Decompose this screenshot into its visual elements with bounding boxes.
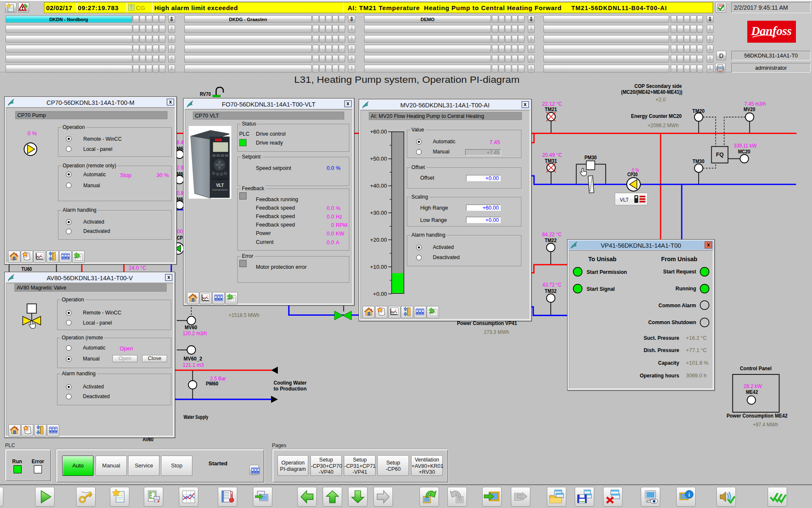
svg-text:Cooling Water: Cooling Water [274, 380, 307, 386]
svg-text:7.45 m3/h: 7.45 m3/h [744, 101, 766, 107]
svg-text:+1518.5 MWh: +1518.5 MWh [229, 312, 260, 318]
svg-text:+30.00: +30.00 [370, 210, 387, 216]
svg-text:121.1 m3: 121.1 m3 [183, 362, 204, 368]
svg-text:M6: M6 [177, 196, 183, 202]
svg-text:to Production: to Production [274, 385, 307, 392]
svg-text:RV70: RV70 [200, 91, 211, 97]
svg-text:(MC20/(ME42+ME40-ME41)): (MC20/(ME42+ME40-ME41)) [621, 89, 683, 95]
svg-text:Energy Counter MC20: Energy Counter MC20 [631, 113, 682, 119]
svg-text:+0.00: +0.00 [373, 291, 387, 297]
svg-text:339.11 kW: 339.11 kW [734, 142, 757, 149]
svg-text:MC20: MC20 [738, 148, 750, 155]
svg-text:i: i [689, 492, 690, 498]
svg-text:+2.0: +2.0 [656, 96, 666, 103]
svg-text:24.0 °C: 24.0 °C [129, 265, 146, 271]
svg-text:VLT: VLT [620, 197, 629, 203]
svg-text:Water Supply: Water Supply [184, 414, 208, 420]
svg-text:273.3 MWh: 273.3 MWh [484, 329, 509, 335]
svg-text:+20.00: +20.00 [370, 237, 387, 243]
svg-text:PM30: PM30 [584, 154, 597, 161]
svg-text:MV60: MV60 [185, 324, 198, 330]
svg-text:8.4: 8.4 [177, 139, 184, 145]
svg-text:TM22: TM22 [545, 237, 557, 243]
svg-text:TM21: TM21 [545, 106, 557, 112]
svg-text:MV60_2: MV60_2 [184, 355, 202, 362]
svg-text:+50.00: +50.00 [370, 156, 387, 162]
svg-text:0 %: 0 % [632, 167, 639, 173]
svg-text:CP: CP [177, 235, 183, 241]
svg-text:ME42: ME42 [746, 389, 758, 395]
svg-text:28.2 kW: 28.2 kW [743, 383, 762, 389]
svg-text:MV20: MV20 [743, 106, 755, 112]
svg-text:+97.4 MWh: +97.4 MWh [753, 421, 778, 428]
svg-text:+10.00: +10.00 [370, 264, 387, 270]
svg-text:+60.00: +60.00 [370, 129, 387, 135]
svg-text:Control Panel: Control Panel [740, 365, 772, 371]
svg-text:COP Secondary side: COP Secondary side [634, 83, 682, 89]
svg-text:84.22 °C: 84.22 °C [542, 231, 562, 238]
svg-text:TM32: TM32 [545, 288, 557, 294]
svg-text:TU60: TU60 [22, 266, 32, 272]
svg-text:2.9: 2.9 [177, 164, 184, 171]
svg-text:+40.00: +40.00 [370, 183, 387, 189]
svg-text:+2096.2 MWh: +2096.2 MWh [647, 122, 679, 128]
svg-text:TM31: TM31 [545, 158, 557, 164]
svg-text:M6: M6 [177, 145, 183, 152]
svg-text:0.8: 0.8 [177, 190, 184, 196]
svg-text:VLT: VLT [216, 183, 223, 188]
svg-text:AutomationDrive: AutomationDrive [212, 188, 228, 191]
svg-text:Power Consumption ME42: Power Consumption ME42 [727, 412, 787, 419]
svg-text:00: 00 [177, 228, 183, 235]
svg-text:L31, Heating Pump system, Oper: L31, Heating Pump system, Operation PI-d… [294, 74, 520, 85]
svg-text:43.72 °C: 43.72 °C [543, 281, 562, 288]
svg-text:FQ: FQ [716, 151, 724, 158]
svg-text:20.49 °C: 20.49 °C [542, 152, 562, 158]
svg-text:M6: M6 [177, 171, 183, 177]
svg-text:TM20: TM20 [692, 108, 705, 114]
svg-text:120.2 m3/h: 120.2 m3/h [183, 330, 207, 336]
svg-text:TM30: TM30 [693, 158, 705, 164]
svg-text:22.12 °C: 22.12 °C [542, 101, 562, 107]
svg-text:2.5 Bar: 2.5 Bar [210, 375, 226, 382]
